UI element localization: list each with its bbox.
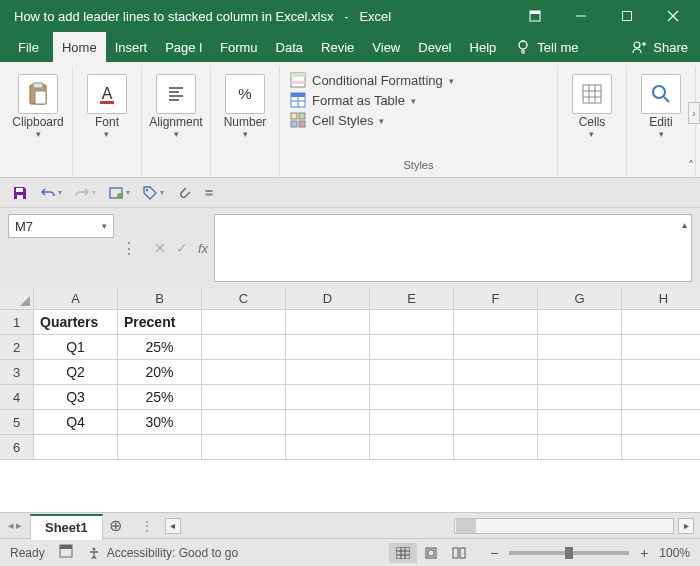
tab-insert[interactable]: Insert	[106, 32, 157, 62]
cell[interactable]	[538, 385, 622, 410]
paste-button[interactable]: Clipboard▾	[10, 70, 66, 140]
tab-page-layout[interactable]: Page l	[156, 32, 211, 62]
cell[interactable]	[538, 310, 622, 335]
col-header[interactable]: F	[454, 288, 538, 309]
cell[interactable]	[538, 360, 622, 385]
cell[interactable]: 25%	[118, 335, 202, 360]
col-header[interactable]: B	[118, 288, 202, 309]
qat-item-3[interactable]	[176, 185, 192, 201]
col-header[interactable]: C	[202, 288, 286, 309]
cell[interactable]	[370, 410, 454, 435]
cell[interactable]: 30%	[118, 410, 202, 435]
minimize-button[interactable]	[558, 0, 604, 32]
cell[interactable]	[370, 360, 454, 385]
cell[interactable]: Quarters	[34, 310, 118, 335]
tab-formulas[interactable]: Formu	[211, 32, 267, 62]
col-header[interactable]: E	[370, 288, 454, 309]
cell[interactable]: Q1	[34, 335, 118, 360]
row-header[interactable]: 2	[0, 335, 34, 360]
zoom-in-button[interactable]: +	[637, 545, 651, 561]
zoom-out-button[interactable]: −	[487, 545, 501, 561]
cell[interactable]	[454, 435, 538, 460]
cells-button[interactable]: Cells▾	[564, 70, 620, 140]
hscroll-thumb[interactable]	[456, 519, 476, 533]
tab-developer[interactable]: Devel	[409, 32, 460, 62]
cell[interactable]	[202, 410, 286, 435]
maximize-button[interactable]	[604, 0, 650, 32]
cell[interactable]	[286, 435, 370, 460]
tab-file[interactable]: File	[14, 32, 53, 62]
cell[interactable]	[622, 310, 700, 335]
conditional-formatting-button[interactable]: Conditional Formatting ▾	[290, 72, 454, 88]
cell[interactable]	[454, 360, 538, 385]
tab-split-handle[interactable]: ⋮	[141, 519, 155, 533]
view-normal[interactable]	[389, 543, 417, 563]
cell[interactable]	[286, 410, 370, 435]
select-all-corner[interactable]	[0, 288, 34, 309]
hscroll-left[interactable]: ◂	[165, 518, 181, 534]
cell[interactable]: 25%	[118, 385, 202, 410]
collapse-ribbon-button[interactable]: ˄	[688, 159, 694, 173]
tab-home[interactable]: Home	[53, 32, 106, 62]
cell[interactable]	[370, 385, 454, 410]
row-header[interactable]: 6	[0, 435, 34, 460]
cell[interactable]	[538, 335, 622, 360]
cell[interactable]	[370, 435, 454, 460]
editing-button[interactable]: Editi▾	[633, 70, 689, 140]
tab-view[interactable]: View	[363, 32, 409, 62]
new-sheet-button[interactable]: ⊕	[103, 513, 129, 539]
hscroll-track[interactable]	[454, 518, 674, 534]
insert-function-button[interactable]: fx	[198, 214, 208, 282]
qat-item-2[interactable]: ▾	[142, 185, 164, 201]
cell[interactable]	[286, 335, 370, 360]
sheet-tab-active[interactable]: Sheet1	[30, 514, 103, 540]
col-header[interactable]: H	[622, 288, 700, 309]
alignment-button[interactable]: Alignment▾	[148, 70, 204, 140]
format-as-table-button[interactable]: Format as Table ▾	[290, 92, 454, 108]
tell-me[interactable]: Tell me	[505, 32, 588, 62]
tab-help[interactable]: Help	[461, 32, 506, 62]
zoom-slider-knob[interactable]	[565, 547, 573, 559]
view-page-layout[interactable]	[417, 543, 445, 563]
zoom-slider[interactable]	[509, 551, 629, 555]
col-header[interactable]: G	[538, 288, 622, 309]
hscroll-right[interactable]: ▸	[678, 518, 694, 534]
cell[interactable]	[370, 335, 454, 360]
macro-record-button[interactable]	[59, 544, 73, 561]
cell[interactable]	[454, 310, 538, 335]
sheet-nav[interactable]: ◂▸	[0, 519, 30, 532]
undo-button[interactable]: ▾	[40, 185, 62, 201]
cell[interactable]	[538, 410, 622, 435]
enter-formula-button[interactable]: ✓	[176, 240, 188, 256]
view-page-break[interactable]	[445, 543, 473, 563]
cell-styles-button[interactable]: Cell Styles ▾	[290, 112, 454, 128]
cell[interactable]	[34, 435, 118, 460]
save-button[interactable]	[12, 185, 28, 201]
number-button[interactable]: % Number▾	[217, 70, 273, 140]
cell[interactable]	[286, 310, 370, 335]
cell[interactable]	[622, 410, 700, 435]
cell[interactable]	[202, 385, 286, 410]
accessibility-status[interactable]: Accessibility: Good to go	[87, 546, 238, 560]
tab-data[interactable]: Data	[267, 32, 312, 62]
cell[interactable]	[622, 435, 700, 460]
qat-item-1[interactable]: ▾	[108, 185, 130, 201]
cell[interactable]	[202, 360, 286, 385]
cell[interactable]	[622, 360, 700, 385]
cell[interactable]: Q2	[34, 360, 118, 385]
cell[interactable]: Q3	[34, 385, 118, 410]
cell[interactable]	[202, 435, 286, 460]
ribbon-scroll-right[interactable]: ›	[688, 102, 700, 124]
customize-qat[interactable]: 〓	[204, 186, 214, 200]
row-header[interactable]: 4	[0, 385, 34, 410]
cell[interactable]	[118, 435, 202, 460]
expand-formula-bar[interactable]: ▴	[682, 219, 687, 230]
zoom-level[interactable]: 100%	[659, 546, 690, 560]
cell[interactable]	[538, 435, 622, 460]
cell[interactable]	[622, 385, 700, 410]
ribbon-display-options-button[interactable]	[512, 0, 558, 32]
col-header[interactable]: A	[34, 288, 118, 309]
chevron-down-icon[interactable]: ▾	[102, 221, 107, 231]
cell[interactable]: 20%	[118, 360, 202, 385]
row-header[interactable]: 3	[0, 360, 34, 385]
